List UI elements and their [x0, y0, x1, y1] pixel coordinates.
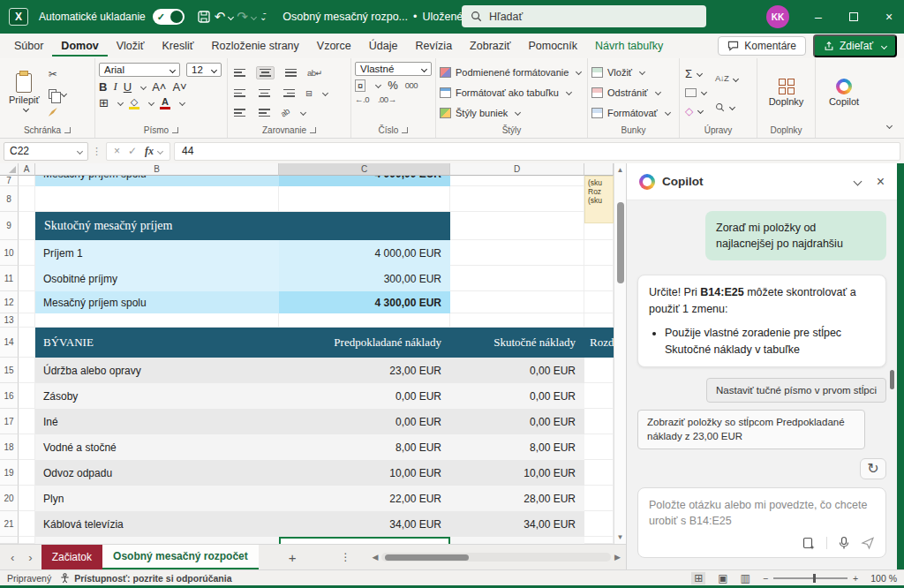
- font-name-select[interactable]: Arial: [99, 63, 180, 77]
- row-header[interactable]: 9: [0, 212, 19, 240]
- align-left-button[interactable]: [231, 87, 248, 99]
- row-header[interactable]: 12: [0, 291, 19, 313]
- addins-button[interactable]: Doplnky: [764, 62, 810, 123]
- decrease-indent-button[interactable]: [231, 107, 248, 118]
- cell[interactable]: [450, 537, 584, 544]
- cell-label[interactable]: Vodné a stočné: [35, 434, 279, 460]
- grid-row-7[interactable]: 7Mesačný príjem spolu 4 000,00 EUR: [0, 176, 626, 186]
- format-painter-button[interactable]: [49, 108, 66, 117]
- grid-row-9[interactable]: 9Skutočný mesačný príjem: [0, 212, 626, 240]
- row-header[interactable]: 15: [0, 358, 19, 383]
- ribbon-collapse-button[interactable]: [886, 123, 893, 129]
- cell[interactable]: [584, 537, 614, 544]
- tab-pomocník[interactable]: Pomocník: [519, 35, 586, 57]
- prompt-guide-icon[interactable]: [802, 536, 816, 550]
- cell[interactable]: [584, 313, 614, 328]
- cell[interactable]: [584, 486, 614, 511]
- insert-function-button[interactable]: fx: [145, 145, 154, 158]
- tab-kresliť[interactable]: Kresliť: [154, 35, 203, 57]
- maximize-button[interactable]: [848, 10, 860, 24]
- cell-label[interactable]: Plyn: [35, 486, 279, 511]
- spreadsheet-grid[interactable]: A B C D 7Mesačný príjem spolu 4 000,00 E…: [0, 163, 626, 544]
- fill-button[interactable]: [685, 88, 706, 97]
- cell-label[interactable]: Zásoby: [35, 383, 279, 409]
- cell[interactable]: [19, 460, 35, 486]
- cell[interactable]: [19, 313, 35, 328]
- cell[interactable]: [19, 291, 35, 313]
- cell-label[interactable]: Iné: [35, 409, 279, 434]
- zoom-slider-handle[interactable]: [813, 574, 816, 583]
- user-avatar[interactable]: KK: [766, 5, 789, 28]
- find-select-button[interactable]: [715, 102, 738, 112]
- cell[interactable]: [279, 313, 450, 328]
- grid-row-15[interactable]: 15Údržba alebo opravy 23,00 EUR 0,00 EUR: [0, 358, 626, 383]
- tab-zobraziť[interactable]: Zobraziť: [461, 35, 519, 57]
- cell-value[interactable]: 10,00 EUR: [450, 460, 584, 486]
- percent-style-button[interactable]: %: [388, 79, 398, 92]
- cell[interactable]: [584, 434, 614, 460]
- cell[interactable]: [35, 537, 279, 544]
- underline-button[interactable]: U: [124, 80, 132, 94]
- hscroll-left-icon[interactable]: ◀: [373, 553, 379, 562]
- cell-value[interactable]: 0,00 EUR: [450, 383, 584, 409]
- copilot-collapse-icon[interactable]: [853, 177, 862, 186]
- copilot-suggestion-chip[interactable]: Zobraziť položky so stĺpcom Predpokladan…: [637, 410, 865, 449]
- grid-row-8[interactable]: 8: [0, 186, 626, 212]
- borders-button[interactable]: ⊞: [99, 96, 109, 109]
- delete-cells-button[interactable]: Odstrániť: [591, 85, 675, 101]
- grid-row-13[interactable]: 13: [0, 313, 626, 328]
- tab-vzorce[interactable]: Vzorce: [308, 35, 360, 57]
- formula-input[interactable]: 44: [174, 142, 900, 161]
- row-header[interactable]: 16: [0, 383, 19, 409]
- share-button[interactable]: Zdieľať: [813, 34, 897, 57]
- cell-label[interactable]: Odvoz odpadu: [35, 460, 279, 486]
- copilot-button[interactable]: Copilot: [824, 62, 864, 123]
- cell-label[interactable]: Údržba alebo opravy: [35, 358, 279, 383]
- cell[interactable]: [450, 240, 584, 266]
- tab-súbor[interactable]: Súbor: [5, 35, 52, 57]
- customize-toolbar-icon[interactable]: ⌄̄: [260, 12, 267, 22]
- col-header-C[interactable]: C: [279, 163, 450, 176]
- copilot-input[interactable]: Položte otázku alebo mi povedzte, čo chc…: [637, 487, 886, 558]
- cell[interactable]: [19, 486, 35, 511]
- align-center-button[interactable]: [256, 87, 273, 99]
- copilot-scroll-thumb[interactable]: [890, 370, 894, 389]
- page-break-view-button[interactable]: ▥: [741, 572, 750, 584]
- save-icon[interactable]: [197, 10, 211, 24]
- alignment-dialog-launcher[interactable]: [310, 127, 316, 133]
- row-header[interactable]: 18: [0, 434, 19, 460]
- grid-row-17[interactable]: 17Iné 0,00 EUR 0,00 EUR: [0, 409, 626, 434]
- cell-value[interactable]: 4 300,00 EUR: [279, 291, 450, 313]
- cell[interactable]: [19, 537, 35, 544]
- cell[interactable]: [35, 313, 279, 328]
- zoom-in-button[interactable]: +: [853, 573, 858, 584]
- selected-cell[interactable]: [279, 537, 450, 544]
- format-cells-button[interactable]: Formátovať: [591, 105, 675, 121]
- horizontal-scroll-thumb[interactable]: [385, 554, 469, 561]
- accounting-format-button[interactable]: ¤: [355, 79, 365, 92]
- cell-value[interactable]: 0,00 EUR: [450, 358, 584, 383]
- copilot-suggestion-chip[interactable]: Nastaviť tučné písmo v prvom stĺpci: [706, 378, 886, 403]
- horizontal-scrollbar[interactable]: [381, 553, 611, 562]
- col-header-D[interactable]: D: [450, 163, 584, 176]
- decrease-decimal-button[interactable]: .00→: [378, 94, 396, 104]
- tab-rozloženie-strany[interactable]: Rozloženie strany: [202, 35, 307, 57]
- grow-font-button[interactable]: A˄: [152, 80, 166, 94]
- col-header-E[interactable]: [584, 163, 614, 176]
- cell[interactable]: [19, 434, 35, 460]
- cell[interactable]: [584, 291, 614, 313]
- tab-návrh-tabuľky[interactable]: Návrh tabuľky: [586, 35, 672, 57]
- table-header-cell[interactable]: Skutočné náklady: [450, 328, 584, 358]
- align-top-button[interactable]: [231, 67, 248, 79]
- cell[interactable]: [19, 176, 35, 186]
- cell[interactable]: [450, 176, 584, 186]
- cell-label[interactable]: Osobitné príjmy: [35, 266, 279, 291]
- select-all-corner[interactable]: [0, 163, 19, 176]
- col-header-A[interactable]: A: [19, 163, 35, 176]
- comments-button[interactable]: Komentáre: [718, 36, 806, 56]
- cut-button[interactable]: ✂: [49, 68, 66, 80]
- cancel-entry-icon[interactable]: ×: [114, 145, 120, 157]
- name-box[interactable]: C22: [4, 142, 88, 161]
- cell-value[interactable]: 34,00 EUR: [450, 511, 584, 537]
- zoom-level[interactable]: 100 %: [870, 573, 897, 584]
